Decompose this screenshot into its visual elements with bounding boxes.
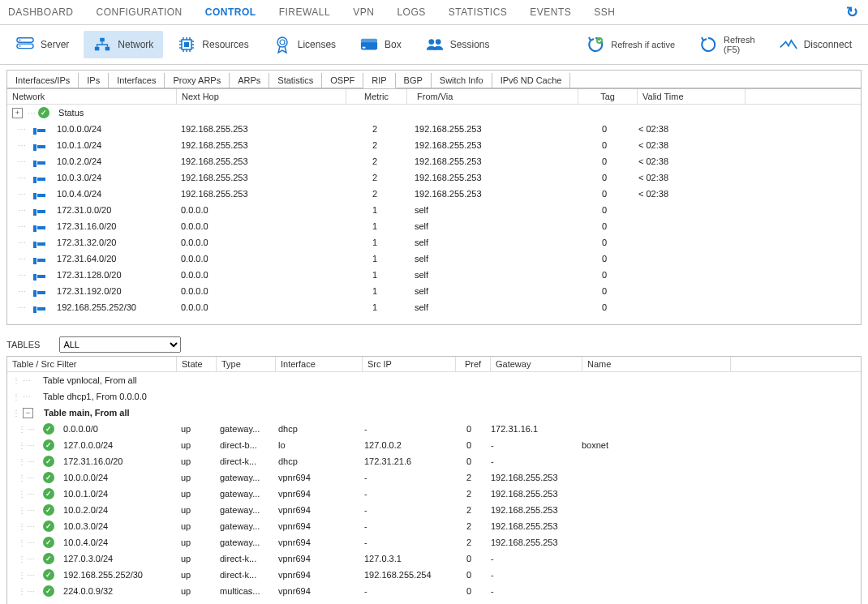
rip-fromvia: 192.168.255.253 (405, 187, 575, 200)
table-row[interactable]: ⋮ ⋯✓ 10.0.4.0/24upgateway...vpnr694-2192… (7, 534, 861, 550)
col-state[interactable]: State (177, 357, 217, 371)
col-interface[interactable]: Interface (276, 357, 363, 371)
toolbar-refresh-f5[interactable]: Refresh(F5) (690, 30, 765, 59)
rip-row[interactable]: ⋯ 172.31.0.0/200.0.0.01self0 (7, 202, 861, 218)
col-pref[interactable]: Pref (456, 357, 491, 371)
rip-panel: Network Next Hop Metric From/Via Tag Val… (6, 88, 862, 325)
table-row[interactable]: ⋮ ⋯✓ 10.0.0.0/24upgateway...vpnr694-2192… (7, 469, 861, 486)
rip-validtime (634, 208, 741, 212)
menu-ssh[interactable]: SSH (594, 6, 615, 18)
rip-row[interactable]: ⋯ 10.0.3.0/24192.168.255.2532192.168.255… (7, 169, 861, 186)
status-ok-icon: ✓ (43, 585, 54, 597)
svg-point-26 (428, 39, 434, 45)
reload-icon[interactable]: ↻ (846, 3, 858, 21)
expand-icon[interactable]: + (12, 108, 23, 118)
route-state: up (176, 439, 215, 452)
rip-row[interactable]: ⋯ 10.0.4.0/24192.168.255.2532192.168.255… (7, 186, 861, 202)
menu-configuration[interactable]: CONFIGURATION (97, 6, 183, 18)
subtab-bgp[interactable]: BGP (396, 73, 432, 88)
rip-row[interactable]: ⋯ 172.31.128.0/200.0.0.01self0 (7, 267, 861, 283)
rip-fromvia: self (405, 252, 575, 265)
rip-network: 192.168.255.252/30 (57, 302, 136, 312)
rip-validtime: < 02:38 (634, 155, 741, 168)
subtab-switch-info[interactable]: Switch Info (432, 73, 492, 88)
subtab-rip[interactable]: RIP (363, 73, 395, 88)
subtab-proxy-arps[interactable]: Proxy ARPs (165, 73, 230, 88)
col-name[interactable]: Name (582, 357, 731, 371)
rip-fromvia: 192.168.255.253 (405, 171, 575, 184)
tables-filter-select[interactable]: ALL (59, 336, 181, 353)
col-tsf[interactable]: Table / Src Filter (7, 357, 177, 371)
table-row[interactable]: ⋮ ⋯✓ 127.0.3.0/24updirect-k...vpnr694127… (7, 550, 861, 567)
collapse-icon[interactable]: − (23, 408, 33, 418)
subtab-statistics[interactable]: Statistics (269, 73, 322, 88)
menu-logs[interactable]: LOGS (397, 6, 425, 18)
route-pref: 2 (452, 503, 486, 516)
menu-vpn[interactable]: VPN (353, 6, 374, 18)
table-group[interactable]: ⋮− Table main, From all (7, 405, 861, 421)
table-group[interactable]: ⋮⋯ Table default, From all (7, 599, 861, 604)
toolbar-server[interactable]: Server (6, 31, 79, 58)
toolbar-resources-label: Resources (202, 39, 248, 50)
table-row[interactable]: ⋮ ⋯✓ 192.168.255.252/30updirect-k...vpnr… (7, 567, 861, 583)
col-tag[interactable]: Tag (578, 89, 638, 104)
subtab-interfaces[interactable]: Interfaces (109, 73, 165, 88)
table-row[interactable]: ⋮ ⋯✓ 0.0.0.0/0upgateway...dhcp-0172.31.1… (7, 421, 861, 437)
route-srcip: - (359, 536, 452, 549)
toolbar-box-label: Box (385, 39, 402, 50)
col-type[interactable]: Type (217, 357, 276, 371)
rip-row[interactable]: ⋯ 10.0.2.0/24192.168.255.2532192.168.255… (7, 153, 861, 169)
table-row[interactable]: ⋮ ⋯✓ 10.0.3.0/24upgateway...vpnr694-2192… (7, 518, 861, 534)
rip-status-row[interactable]: +⋯✓ Status (7, 105, 861, 121)
toolbar-resources[interactable]: Resources (168, 31, 258, 58)
toolbar-network[interactable]: Network (84, 31, 163, 58)
table-row[interactable]: ⋮ ⋯✓ 10.0.1.0/24upgateway...vpnr694-2192… (7, 486, 861, 502)
toolbar-box[interactable]: Box (350, 31, 411, 58)
svg-rect-8 (184, 42, 189, 47)
menu-control[interactable]: CONTROL (205, 6, 256, 18)
rip-row[interactable]: ⋯ 10.0.1.0/24192.168.255.2532192.168.255… (7, 137, 861, 153)
toolbar-sessions[interactable]: Sessions (416, 31, 500, 58)
menu-dashboard[interactable]: DASHBOARD (8, 6, 74, 18)
route-gateway: 192.168.255.253 (486, 503, 577, 516)
toolbar-refresh-if-active[interactable]: Refresh if active (577, 31, 685, 58)
col-fromvia[interactable]: From/Via (407, 89, 578, 104)
rip-row[interactable]: ⋯ 172.31.64.0/200.0.0.01self0 (7, 251, 861, 267)
table-group[interactable]: ⋮⋯ Table vpnlocal, From all (7, 372, 861, 388)
table-row[interactable]: ⋮ ⋯✓ 127.0.0.0/24updirect-b...lo127.0.0.… (7, 437, 861, 453)
table-group[interactable]: ⋮⋯ Table dhcp1, From 0.0.0.0 (7, 388, 861, 405)
rip-row[interactable]: ⋯ 172.31.16.0/200.0.0.01self0 (7, 218, 861, 234)
rip-row[interactable]: ⋯ 172.31.192.0/200.0.0.01self0 (7, 283, 861, 299)
rip-row[interactable]: ⋯ 10.0.0.0/24192.168.255.2532192.168.255… (7, 121, 861, 137)
top-menu: DASHBOARD CONFIGURATION CONTROL FIREWALL… (0, 0, 868, 25)
table-row[interactable]: ⋮ ⋯✓ 172.31.16.0/20updirect-k...dhcp172.… (7, 453, 861, 469)
table-row[interactable]: ⋮ ⋯✓ 224.0.0.9/32upmulticas...vpnr694-0- (7, 583, 861, 599)
subtab-ips[interactable]: IPs (79, 73, 109, 88)
subtab-ipv6-nd-cache[interactable]: IPv6 ND Cache (492, 73, 571, 88)
route-icon (33, 288, 48, 294)
toolbar-disconnect[interactable]: Disconnect (770, 31, 862, 58)
toolbar-licenses[interactable]: Licenses (264, 31, 346, 58)
col-metric[interactable]: Metric (346, 89, 407, 104)
rip-metric: 2 (345, 171, 405, 184)
subtab-arps[interactable]: ARPs (230, 73, 269, 88)
route-icon (33, 239, 48, 246)
rip-network: 172.31.192.0/20 (57, 286, 122, 296)
menu-statistics[interactable]: STATISTICS (449, 6, 508, 18)
col-gateway[interactable]: Gateway (491, 357, 582, 371)
rip-row[interactable]: ⋯ 192.168.255.252/300.0.0.01self0 (7, 299, 861, 315)
col-validtime[interactable]: Valid Time (638, 89, 746, 104)
subtab-interfaces-ips[interactable]: Interfaces/IPs (7, 73, 79, 88)
col-network[interactable]: Network (7, 89, 177, 104)
rip-fromvia: 192.168.255.253 (405, 122, 575, 135)
rip-tag: 0 (575, 252, 634, 265)
rip-row[interactable]: ⋯ 172.31.32.0/200.0.0.01self0 (7, 234, 861, 251)
subtab-ospf[interactable]: OSPF (322, 73, 363, 88)
route-type: gateway... (215, 487, 273, 500)
table-row[interactable]: ⋮ ⋯✓ 10.0.2.0/24upgateway...vpnr694-2192… (7, 502, 861, 518)
menu-firewall[interactable]: FIREWALL (279, 6, 331, 18)
menu-events[interactable]: EVENTS (530, 6, 571, 18)
route-name (577, 525, 724, 528)
col-srcip[interactable]: Src IP (363, 357, 456, 371)
col-nexthop[interactable]: Next Hop (177, 89, 346, 104)
